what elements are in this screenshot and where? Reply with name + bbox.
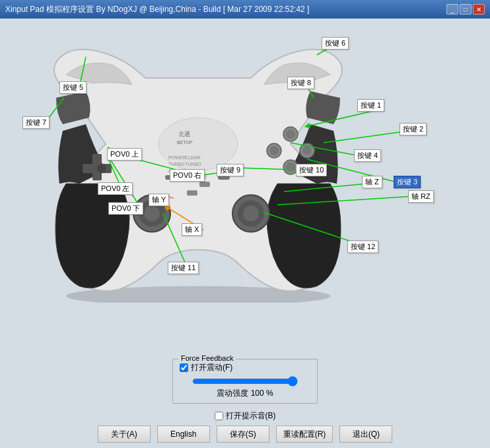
label-axis-x[interactable]: 轴 X — [182, 223, 202, 236]
label-axis-rz[interactable]: 轴 RZ — [408, 190, 434, 203]
label-btn6[interactable]: 按键 6 — [322, 37, 349, 50]
label-btn10[interactable]: 按键 10 — [296, 164, 327, 176]
about-button[interactable]: 关于(A) — [98, 426, 151, 443]
minimize-button[interactable]: _ — [446, 4, 458, 15]
titlebar: Xinput Pad 模拟程序设置 By NDogXJ @ Beijing,Ch… — [0, 0, 490, 19]
exit-button[interactable]: 退出(Q) — [339, 426, 392, 443]
svg-rect-31 — [199, 182, 210, 187]
close-button[interactable]: ✕ — [473, 4, 485, 15]
label-pov-left[interactable]: POV0 左 — [98, 182, 133, 195]
force-feedback-title: Force Feedback — [178, 354, 236, 362]
svg-rect-30 — [187, 190, 197, 196]
label-btn4[interactable]: 按键 4 — [354, 149, 381, 162]
titlebar-buttons: _ □ ✕ — [446, 4, 485, 15]
sound-row: 打开提示音(B) — [0, 410, 490, 422]
label-btn3[interactable]: 按键 3 — [394, 176, 421, 188]
svg-point-16 — [144, 205, 160, 221]
sound-label[interactable]: 打开提示音(B) — [226, 410, 276, 422]
button-bar: 关于(A) English 保存(S) 重读配置(R) 退出(Q) — [0, 426, 490, 448]
vibration-slider[interactable] — [192, 376, 298, 387]
svg-text:北通: 北通 — [178, 131, 190, 137]
vibration-checkbox[interactable] — [180, 363, 188, 372]
save-button[interactable]: 保存(S) — [217, 426, 269, 443]
svg-point-13 — [97, 164, 106, 173]
bottom-panel: Force Feedback 打开震动(F) 震动强度 100 % 打开提示音(… — [0, 355, 490, 448]
sound-checkbox[interactable] — [215, 412, 223, 420]
svg-point-23 — [302, 146, 312, 155]
svg-text:POWER: POWER — [168, 155, 186, 160]
label-pov-right[interactable]: POV0 右 — [170, 169, 205, 182]
label-btn5[interactable]: 按键 5 — [59, 81, 87, 94]
label-pov-down[interactable]: POV0 下 — [108, 202, 143, 215]
svg-text:CLEAR: CLEAR — [185, 155, 200, 160]
english-button[interactable]: English — [157, 426, 210, 443]
vibration-volume: 震动强度 100 % — [180, 388, 310, 399]
label-btn11[interactable]: 按键 11 — [168, 262, 199, 274]
main-area: 北通 BETOP POWER CLEAR TURBO TURBO ANALOG … — [0, 19, 490, 448]
label-btn9[interactable]: 按键 9 — [217, 164, 244, 176]
label-btn2[interactable]: 按键 2 — [400, 123, 427, 135]
svg-point-25 — [286, 163, 295, 172]
vibration-label[interactable]: 打开震动(F) — [191, 362, 232, 373]
titlebar-text: Xinput Pad 模拟程序设置 By NDogXJ @ Beijing,Ch… — [5, 4, 446, 15]
svg-text:TURBO: TURBO — [185, 162, 201, 167]
label-btn7[interactable]: 按键 7 — [22, 116, 50, 129]
label-btn12[interactable]: 按键 12 — [347, 241, 378, 253]
svg-point-27 — [269, 146, 279, 155]
svg-point-21 — [286, 130, 295, 139]
svg-point-19 — [243, 205, 259, 221]
label-pov-up[interactable]: POV0 上 — [107, 148, 142, 161]
label-btn8[interactable]: 按键 8 — [287, 77, 314, 89]
force-feedback-group: Force Feedback 打开震动(F) 震动强度 100 % — [172, 359, 318, 404]
svg-text:BETOP: BETOP — [177, 140, 193, 145]
reload-button[interactable]: 重读配置(R) — [276, 426, 333, 443]
label-btn1[interactable]: 按键 1 — [357, 99, 384, 112]
label-axis-y[interactable]: 轴 Y — [149, 194, 169, 206]
svg-text:TURBO: TURBO — [168, 162, 185, 167]
maximize-button[interactable]: □ — [460, 4, 472, 15]
label-axis-z[interactable]: 轴 Z — [362, 176, 382, 188]
